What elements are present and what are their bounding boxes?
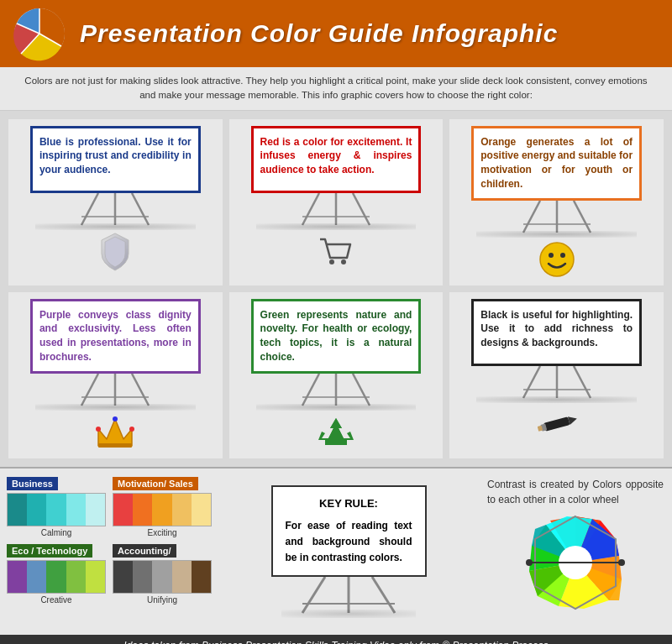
- blue-cell: Blue is professional. Use it for inspiri…: [8, 119, 223, 285]
- svg-line-33: [353, 374, 370, 406]
- swatch: [86, 494, 105, 526]
- swatch: [27, 494, 46, 526]
- svg-point-30: [129, 427, 134, 432]
- swatch: [86, 561, 105, 593]
- motivation-palette: Motivation/ Sales Exciting: [113, 475, 212, 542]
- orange-easel-legs: [507, 201, 607, 234]
- key-rule-text: For ease of reading text and background …: [286, 518, 412, 567]
- green-easel: Green represents nature and novelty. For…: [236, 299, 437, 411]
- page-title: Presentation Color Guide Infographic: [80, 19, 558, 48]
- svg-line-17: [574, 201, 591, 233]
- shield-icon: [98, 233, 132, 271]
- swatch: [66, 494, 86, 526]
- svg-point-28: [96, 427, 101, 432]
- blue-easel-legs: [65, 193, 165, 227]
- purple-easel: Purple conveys class dignity and exclusi…: [15, 299, 216, 411]
- swatch: [152, 494, 171, 526]
- svg-marker-26: [98, 419, 132, 446]
- shadow: [35, 223, 196, 230]
- key-rule-section: KEY RULE: For ease of reading text and b…: [218, 469, 479, 635]
- header: Presentation Color Guide Infographic: [0, 0, 672, 67]
- cart-icon: [318, 233, 354, 271]
- swatch: [152, 561, 171, 593]
- eco-swatches: [7, 560, 106, 594]
- smiley-icon: [538, 241, 575, 279]
- svg-line-22: [81, 374, 98, 406]
- swatch: [46, 494, 66, 526]
- footer-text: Ideas taken from Business Presentation S…: [123, 640, 548, 644]
- svg-line-11: [353, 193, 370, 225]
- black-text: Black is useful for highlighting. Use it…: [471, 299, 642, 366]
- svg-line-15: [523, 201, 540, 233]
- palette-section: Business Calming Motivation/ Sales: [0, 469, 218, 635]
- swatch: [46, 561, 66, 593]
- swatch: [113, 561, 133, 593]
- svg-point-14: [341, 259, 346, 264]
- eco-label: Creative: [7, 595, 106, 605]
- svg-point-19: [540, 243, 574, 276]
- swatch: [172, 494, 192, 526]
- green-text: Green represents nature and novelty. For…: [251, 299, 422, 374]
- svg-line-45: [372, 577, 395, 613]
- black-easel: Black is useful for highlighting. Use it…: [456, 299, 657, 403]
- palette-row-top: Business Calming Motivation/ Sales: [7, 475, 212, 542]
- shadow: [256, 223, 417, 230]
- swatch: [66, 561, 86, 593]
- black-cell: Black is useful for highlighting. Use it…: [449, 292, 664, 458]
- red-easel: Red is a color for excitement. It infuse…: [236, 126, 437, 230]
- orange-easel: Orange generates a lot of positive energ…: [456, 126, 657, 238]
- svg-line-31: [302, 374, 319, 406]
- swatch: [133, 561, 152, 593]
- purple-text: Purple conveys class dignity and exclusi…: [30, 299, 201, 374]
- svg-point-50: [526, 559, 533, 566]
- svg-line-35: [523, 366, 540, 398]
- svg-rect-39: [543, 416, 570, 431]
- svg-line-9: [302, 193, 319, 225]
- svg-point-51: [618, 559, 625, 566]
- shadow: [476, 396, 637, 403]
- key-rule-box: KEY RULE: For ease of reading text and b…: [271, 485, 427, 576]
- swatch: [113, 494, 133, 526]
- recycle-icon: [318, 414, 354, 452]
- svg-rect-27: [98, 443, 132, 448]
- palette-row-bottom: Eco / Technology Creative Accounting/: [7, 542, 212, 610]
- swatch: [192, 494, 211, 526]
- motivation-label: Exciting: [113, 528, 212, 537]
- svg-line-7: [132, 193, 149, 225]
- svg-point-21: [560, 253, 565, 258]
- red-text: Red is a color for excitement. It infuse…: [251, 126, 422, 193]
- accounting-title: Accounting/: [113, 544, 176, 558]
- swatch: [8, 494, 27, 526]
- accounting-label: Unifying: [113, 595, 212, 605]
- motivation-swatches: [113, 493, 212, 526]
- blue-text: Blue is professional. Use it for inspiri…: [30, 126, 201, 193]
- purple-cell: Purple conveys class dignity and exclusi…: [8, 292, 223, 458]
- orange-text: Orange generates a lot of positive energ…: [471, 126, 642, 201]
- purple-easel-legs: [65, 374, 165, 407]
- key-rule-easel: KEY RULE: For ease of reading text and b…: [265, 485, 433, 617]
- shadow: [476, 231, 637, 238]
- main-grid: Blue is professional. Use it for inspiri…: [0, 111, 672, 467]
- crown-icon: [95, 414, 135, 452]
- blue-easel: Blue is professional. Use it for inspiri…: [15, 126, 216, 230]
- motivation-title: Motivation/ Sales: [113, 477, 198, 490]
- bottom-section: Business Calming Motivation/ Sales: [0, 467, 672, 635]
- pen-icon: [529, 398, 585, 452]
- accounting-palette: Accounting/ Unifying: [113, 542, 212, 610]
- swatch: [133, 494, 152, 526]
- color-wheel: [521, 514, 630, 610]
- business-swatches: [7, 493, 106, 526]
- swatch: [192, 561, 211, 593]
- swatch: [8, 561, 27, 593]
- svg-point-13: [329, 259, 334, 264]
- red-cell: Red is a color for excitement. It infuse…: [229, 119, 444, 285]
- eco-palette: Eco / Technology Creative: [7, 542, 106, 610]
- contrast-section: Contrast is created by Colors opposite t…: [479, 469, 672, 635]
- red-easel-legs: [286, 193, 386, 227]
- shadow: [35, 404, 196, 411]
- business-palette: Business Calming: [7, 475, 106, 542]
- accounting-swatches: [113, 560, 212, 594]
- subtitle-text: Colors are not just for making slides lo…: [0, 67, 672, 111]
- svg-point-20: [549, 253, 554, 258]
- svg-line-43: [302, 577, 325, 613]
